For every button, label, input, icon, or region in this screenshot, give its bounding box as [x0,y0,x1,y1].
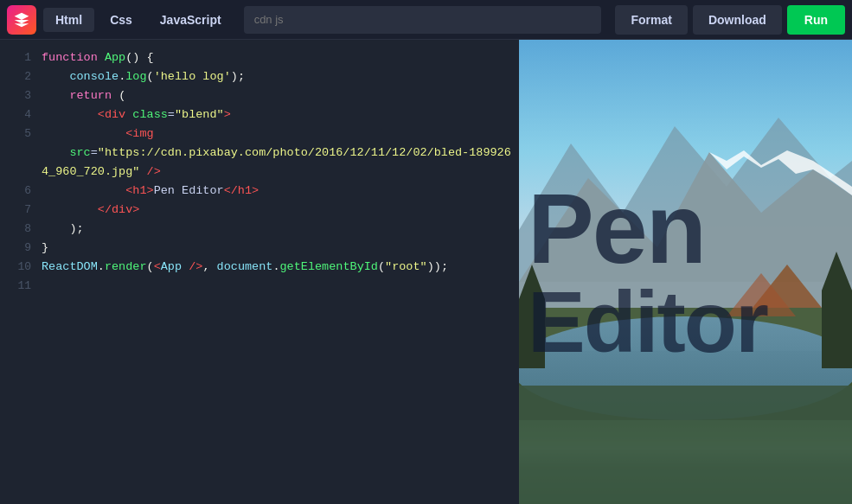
table-row: 9 } [0,239,519,258]
header: Html Css JavaScript Format Download Run [0,0,852,40]
tab-css[interactable]: Css [98,8,144,32]
preview-text-overlay: Pen Editor [519,40,852,504]
logo-icon [7,5,36,35]
table-row: 8 ); [0,220,519,239]
preview-panel: Pen Editor [519,40,852,504]
main-content: 1 function App() { 2 console.log('hello … [0,40,852,504]
table-row: 10 ReactDOM.render(<App />, document.get… [0,258,519,277]
tab-javascript[interactable]: JavaScript [148,8,234,32]
preview-title-editor: Editor [528,278,767,365]
table-row: 1 function App() { [0,48,519,67]
run-button[interactable]: Run [787,5,845,35]
tab-html[interactable]: Html [43,8,94,32]
table-row: 4 <div class="blend"> [0,105,519,124]
table-row: 7 </div> [0,201,519,220]
code-editor[interactable]: 1 function App() { 2 console.log('hello … [0,40,519,504]
logo-svg [13,11,30,29]
cdn-search-wrapper [244,6,602,34]
table-row: 6 <h1>Pen Editor</h1> [0,182,519,201]
table-row: 11 [0,277,519,296]
table-row: 5 <img src="https://cdn.pixabay.com/phot… [0,124,519,182]
preview-title-pen: Pen [528,179,705,278]
table-row: 3 return ( [0,86,519,105]
header-actions: Format Download Run [615,5,845,35]
table-row: 2 console.log('hello log'); [0,67,519,86]
format-button[interactable]: Format [615,5,687,35]
cdn-search-input[interactable] [244,6,602,34]
download-button[interactable]: Download [693,5,782,35]
